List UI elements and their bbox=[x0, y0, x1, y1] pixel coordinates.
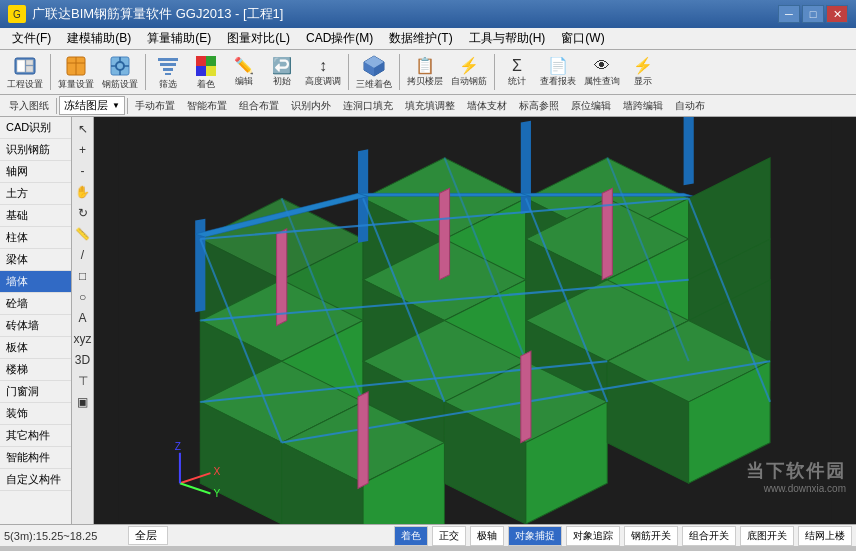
tool-zoom-in[interactable]: + bbox=[73, 140, 93, 160]
svg-marker-53 bbox=[439, 188, 449, 280]
tool-draw-circle[interactable]: ○ bbox=[73, 287, 93, 307]
sidebar-item-slab[interactable]: 板体 bbox=[0, 337, 71, 359]
svg-text:Y: Y bbox=[214, 488, 221, 499]
3d-shade-btn[interactable]: 三维着色 bbox=[353, 53, 395, 91]
menu-file[interactable]: 文件(F) bbox=[4, 28, 59, 49]
tool-3d-view[interactable]: 3D bbox=[73, 350, 93, 370]
auto-rebar-btn[interactable]: ⚡ 自动钢筋 bbox=[448, 53, 490, 91]
tools-panel: ↖ + - ✋ ↻ 📏 / □ ○ A xyz 3D ⊤ ▣ bbox=[72, 117, 94, 524]
height-btn[interactable]: ↕️ 高度调调 bbox=[302, 53, 344, 91]
preview-btn[interactable]: 👁 属性查询 bbox=[581, 53, 623, 91]
osnap-status[interactable]: 对象捕捉 bbox=[508, 526, 562, 546]
sidebar-item-column[interactable]: 柱体 bbox=[0, 227, 71, 249]
import-drawing-btn[interactable]: 导入图纸 bbox=[4, 97, 54, 115]
sidebar-item-other[interactable]: 其它构件 bbox=[0, 425, 71, 447]
svg-rect-20 bbox=[206, 66, 216, 76]
manual-place-btn[interactable]: 手动布置 bbox=[130, 97, 180, 115]
menu-diagram-compare[interactable]: 图量对比(L) bbox=[219, 28, 298, 49]
status-bar: 5(3m):15.25~18.25 全层 着色 正交 极轴 对象捕捉 对象追踪 … bbox=[0, 524, 856, 546]
report-btn[interactable]: 📄 查看报表 bbox=[537, 53, 579, 91]
menu-calc-assist[interactable]: 算量辅助(E) bbox=[139, 28, 219, 49]
fill-adjust-btn[interactable]: 填充填调整 bbox=[400, 97, 460, 115]
rebar-switch[interactable]: 钢筋开关 bbox=[624, 526, 678, 546]
tool-top-view[interactable]: ⊤ bbox=[73, 371, 93, 391]
window-title: 广联达BIM钢筋算量软件 GGJ2013 - [工程1] bbox=[32, 5, 778, 23]
sidebar-item-wall[interactable]: 墙体 bbox=[0, 271, 71, 293]
sidebar-item-beam[interactable]: 梁体 bbox=[0, 249, 71, 271]
wall-support-btn[interactable]: 墙体支材 bbox=[462, 97, 512, 115]
menu-cad-ops[interactable]: CAD操作(M) bbox=[298, 28, 381, 49]
auto-place-btn[interactable]: 自动布 bbox=[670, 97, 710, 115]
coord-info: 5(3m):15.25~18.25 bbox=[4, 530, 124, 542]
tool-rotate[interactable]: ↻ bbox=[73, 203, 93, 223]
inplace-edit-btn[interactable]: 原位编辑 bbox=[566, 97, 616, 115]
sidebar-item-decoration[interactable]: 装饰 bbox=[0, 403, 71, 425]
sidebar-item-door-window[interactable]: 门窗洞 bbox=[0, 381, 71, 403]
tool-axes[interactable]: xyz bbox=[73, 329, 93, 349]
tool-pan[interactable]: ✋ bbox=[73, 182, 93, 202]
menu-build-assist[interactable]: 建模辅助(B) bbox=[59, 28, 139, 49]
polar-status[interactable]: 极轴 bbox=[470, 526, 504, 546]
sidebar-item-cad[interactable]: CAD识别 bbox=[0, 117, 71, 139]
sidebar-item-foundation[interactable]: 基础 bbox=[0, 205, 71, 227]
tool-annotate[interactable]: A bbox=[73, 308, 93, 328]
grid-switch[interactable]: 结网上楼 bbox=[798, 526, 852, 546]
quick-calc-btn[interactable]: ⚡ 显示 bbox=[625, 53, 661, 91]
project-settings-btn[interactable]: 工程设置 bbox=[4, 53, 46, 91]
calc-settings-btn[interactable]: 算量设置 bbox=[55, 53, 97, 91]
svg-text:X: X bbox=[214, 466, 221, 477]
stats-btn[interactable]: Σ 统计 bbox=[499, 53, 535, 91]
span-edit-btn[interactable]: 墙跨编辑 bbox=[618, 97, 668, 115]
initial-icon: ↩️ bbox=[270, 56, 294, 75]
fill-hole-btn[interactable]: 连洞口填充 bbox=[338, 97, 398, 115]
tool-measure[interactable]: 📏 bbox=[73, 224, 93, 244]
basemap-switch[interactable]: 底图开关 bbox=[740, 526, 794, 546]
maximize-button[interactable]: □ bbox=[802, 5, 824, 23]
freeze-layer-dropdown[interactable]: 冻结图层 ▼ bbox=[59, 96, 125, 115]
otrack-status[interactable]: 对象追踪 bbox=[566, 526, 620, 546]
window-controls[interactable]: ─ □ ✕ bbox=[778, 5, 848, 23]
sidebar-item-earthwork[interactable]: 土方 bbox=[0, 183, 71, 205]
3d-canvas[interactable]: X Y Z 当下软件园 www.downxia.com bbox=[94, 117, 856, 524]
close-button[interactable]: ✕ bbox=[826, 5, 848, 23]
tool-select[interactable]: ↖ bbox=[73, 119, 93, 139]
sidebar-item-brick-wall[interactable]: 砖体墙 bbox=[0, 315, 71, 337]
svg-rect-2 bbox=[26, 60, 33, 65]
color-icon bbox=[194, 54, 218, 78]
svg-rect-15 bbox=[163, 68, 173, 71]
sidebar-item-grid[interactable]: 轴网 bbox=[0, 161, 71, 183]
identify-inner-outer-btn[interactable]: 识别内外 bbox=[286, 97, 336, 115]
elevation-ref-btn[interactable]: 标高参照 bbox=[514, 97, 564, 115]
combo-switch[interactable]: 组合开关 bbox=[682, 526, 736, 546]
tool-zoom-out[interactable]: - bbox=[73, 161, 93, 181]
edit-icon: ✏️ bbox=[232, 56, 256, 75]
color-btn[interactable]: 着色 bbox=[188, 53, 224, 91]
view-toolbar: 导入图纸 冻结图层 ▼ 手动布置 智能布置 组合布置 识别内外 连洞口填充 填充… bbox=[0, 95, 856, 117]
filter-btn[interactable]: 筛选 bbox=[150, 53, 186, 91]
sidebar-item-stair[interactable]: 楼梯 bbox=[0, 359, 71, 381]
menu-tools-help[interactable]: 工具与帮助(H) bbox=[461, 28, 554, 49]
main-toolbar: 工程设置 算量设置 bbox=[0, 50, 856, 95]
sidebar-item-rebar-id[interactable]: 识别钢筋 bbox=[0, 139, 71, 161]
tool-draw-line[interactable]: / bbox=[73, 245, 93, 265]
edit-btn[interactable]: ✏️ 编辑 bbox=[226, 53, 262, 91]
tool-front-view[interactable]: ▣ bbox=[73, 392, 93, 412]
sidebar-item-smart[interactable]: 智能构件 bbox=[0, 447, 71, 469]
sidebar-item-custom[interactable]: 自定义构件 bbox=[0, 469, 71, 491]
rebar-settings-btn[interactable]: 钢筋设置 bbox=[99, 53, 141, 91]
menu-window[interactable]: 窗口(W) bbox=[553, 28, 612, 49]
quick-calc-icon: ⚡ bbox=[631, 56, 655, 75]
minimize-button[interactable]: ─ bbox=[778, 5, 800, 23]
menu-data-maint[interactable]: 数据维护(T) bbox=[381, 28, 460, 49]
sidebar-item-concrete-wall[interactable]: 砼墙 bbox=[0, 293, 71, 315]
initial-btn[interactable]: ↩️ 初始 bbox=[264, 53, 300, 91]
ortho-status[interactable]: 正交 bbox=[432, 526, 466, 546]
copy-floor-btn[interactable]: 📋 拷贝楼层 bbox=[404, 53, 446, 91]
auto-rebar-icon: ⚡ bbox=[457, 56, 481, 75]
sep4 bbox=[399, 54, 400, 90]
color-status[interactable]: 着色 bbox=[394, 526, 428, 546]
combo-place-btn[interactable]: 组合布置 bbox=[234, 97, 284, 115]
tool-draw-rect[interactable]: □ bbox=[73, 266, 93, 286]
stats-icon: Σ bbox=[505, 56, 529, 75]
smart-place-btn[interactable]: 智能布置 bbox=[182, 97, 232, 115]
